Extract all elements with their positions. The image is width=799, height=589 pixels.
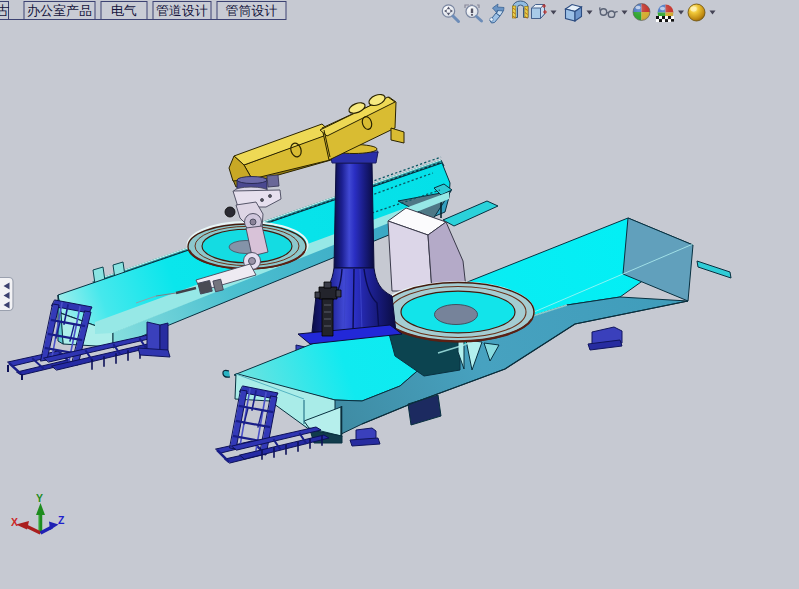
svg-text:Z: Z — [58, 514, 65, 526]
svg-text:古: 古 — [0, 3, 9, 18]
svg-text:X: X — [11, 516, 18, 528]
svg-text:电气: 电气 — [111, 3, 137, 18]
svg-text:Y: Y — [36, 492, 43, 504]
svg-text:管筒设计: 管筒设计 — [226, 3, 278, 18]
svg-text:办公室产品: 办公室产品 — [27, 3, 92, 18]
svg-text:管道设计: 管道设计 — [156, 3, 208, 18]
